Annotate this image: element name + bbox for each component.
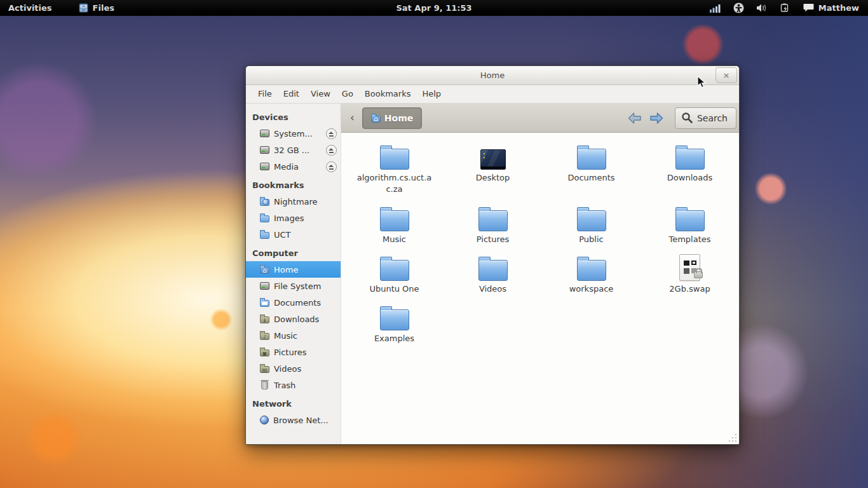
sidebar-item-label: System... xyxy=(274,129,313,139)
sidebar-item-label: Home xyxy=(274,265,298,274)
menu-view[interactable]: View xyxy=(305,85,336,103)
file-item-downloads[interactable]: Downloads xyxy=(641,140,739,202)
sidebar-item-label: Browse Net... xyxy=(273,416,329,425)
folder-icon xyxy=(577,260,606,281)
sidebar: DevicesSystem...32 GB ...MediaBookmarksN… xyxy=(246,104,341,444)
eject-button[interactable] xyxy=(326,161,337,172)
folder-blue-icon xyxy=(260,215,269,222)
file-label: workspace xyxy=(569,283,614,295)
sidebar-item-label: Media xyxy=(274,162,299,172)
file-item-2gb-swap[interactable]: 2Gb.swap xyxy=(641,252,739,301)
trash-icon xyxy=(261,381,268,390)
folder-icon xyxy=(675,149,705,170)
search-icon xyxy=(681,112,693,124)
folder-icon xyxy=(478,210,508,231)
menu-edit[interactable]: Edit xyxy=(278,85,305,103)
sidebar-item-label: Music xyxy=(274,331,297,341)
sidebar-item-media[interactable]: Media xyxy=(246,158,341,175)
sidebar-item-uct[interactable]: UCT xyxy=(246,226,341,243)
drive-icon xyxy=(260,163,269,170)
file-item-desktop[interactable]: Desktop xyxy=(444,140,542,202)
sidebar-item-downloads[interactable]: Downloads xyxy=(246,311,341,327)
menu-bookmarks[interactable]: Bookmarks xyxy=(359,85,417,103)
drive-icon xyxy=(260,282,269,290)
forward-arrow-button[interactable] xyxy=(649,111,664,125)
sidebar-item-browse-net[interactable]: Browse Net... xyxy=(246,412,341,428)
menu-help[interactable]: Help xyxy=(416,85,447,103)
volume-icon[interactable] xyxy=(756,3,768,13)
file-item-music[interactable]: Music xyxy=(345,202,444,252)
window-title: Home xyxy=(480,71,505,80)
file-label: Videos xyxy=(479,283,506,295)
folder-docs-icon xyxy=(260,300,269,307)
folder-icon xyxy=(380,149,409,170)
sidebar-item-videos[interactable]: Videos xyxy=(246,360,341,377)
desktop-thumbnail-icon xyxy=(480,149,506,170)
sidebar-item-label: UCT xyxy=(274,230,291,240)
sidebar-item-system[interactable]: System... xyxy=(246,125,341,142)
folder-icon xyxy=(478,260,508,281)
file-item-templates[interactable]: Templates xyxy=(641,202,739,252)
file-item-videos[interactable]: Videos xyxy=(444,252,542,301)
file-item-public[interactable]: Public xyxy=(542,202,641,252)
menu-file[interactable]: File xyxy=(252,85,278,103)
sidebar-section-network: Network xyxy=(246,393,341,412)
folder-emblem-icon xyxy=(260,199,269,206)
folder-icon xyxy=(380,309,409,330)
file-item-workspace[interactable]: workspace xyxy=(542,252,641,301)
folder-icon xyxy=(380,210,409,231)
file-item-ubuntu-one[interactable]: Ubuntu One xyxy=(345,252,444,301)
menu-bar: FileEditViewGoBookmarksHelp xyxy=(246,85,739,104)
file-item-algorithm-cs-uct-ac-za[interactable]: algorithm.cs.uct.ac.za xyxy=(345,140,444,202)
file-item-documents[interactable]: Documents xyxy=(542,140,641,202)
folder-blue-icon xyxy=(260,232,269,239)
app-menu-label: Files xyxy=(93,3,114,13)
network-signal-icon[interactable] xyxy=(710,4,721,13)
folder-icon xyxy=(577,149,606,170)
folder-icon xyxy=(380,260,409,281)
file-item-pictures[interactable]: Pictures xyxy=(444,202,542,252)
sidebar-item-32-gb[interactable]: 32 GB ... xyxy=(246,142,341,158)
battery-icon[interactable] xyxy=(780,3,791,13)
sidebar-item-nightmare[interactable]: Nightmare xyxy=(246,193,341,210)
folder-downloads-icon xyxy=(260,316,269,323)
sidebar-item-music[interactable]: Music xyxy=(246,327,341,344)
user-menu[interactable]: Matthew xyxy=(803,3,859,13)
file-label: Examples xyxy=(374,333,414,344)
user-name: Matthew xyxy=(818,3,859,13)
sidebar-item-trash[interactable]: Trash xyxy=(246,377,341,393)
search-button[interactable]: Search xyxy=(675,107,736,129)
breadcrumb-home-button[interactable]: Home xyxy=(362,107,422,129)
sidebar-item-home[interactable]: Home xyxy=(246,261,341,278)
menu-go[interactable]: Go xyxy=(336,85,359,103)
sidebar-item-documents[interactable]: Documents xyxy=(246,294,341,311)
sidebar-item-pictures[interactable]: Pictures xyxy=(246,344,341,360)
shell-top-bar: Activities Files Sat Apr 9, 11:53 Matthe… xyxy=(0,0,868,16)
sidebar-item-label: Documents xyxy=(274,298,321,308)
accessibility-icon[interactable] xyxy=(733,3,744,13)
sidebar-item-label: Nightmare xyxy=(274,197,318,207)
file-label: Desktop xyxy=(476,172,510,184)
eject-button[interactable] xyxy=(326,128,337,139)
file-label: Pictures xyxy=(477,234,509,245)
app-menu-files[interactable]: Files xyxy=(79,3,114,13)
sidebar-item-label: Pictures xyxy=(274,348,306,357)
sidebar-item-images[interactable]: Images xyxy=(246,210,341,226)
eject-button[interactable] xyxy=(326,145,337,156)
sidebar-item-file-system[interactable]: File System xyxy=(246,278,341,294)
file-label: Downloads xyxy=(667,172,712,184)
back-arrow-button[interactable] xyxy=(627,111,642,125)
sidebar-item-label: File System xyxy=(274,281,321,291)
sidebar-section-computer: Computer xyxy=(246,243,341,261)
chat-bubble-icon xyxy=(803,3,814,13)
home-folder-icon xyxy=(371,116,381,123)
file-label: algorithm.cs.uct.ac.za xyxy=(357,172,432,194)
file-view[interactable]: algorithm.cs.uct.ac.zaDesktopDocumentsDo… xyxy=(341,133,739,444)
file-item-examples[interactable]: Examples xyxy=(345,301,444,351)
folder-videos-icon xyxy=(260,366,269,373)
breadcrumb-collapse-chevron-icon[interactable]: ‹ xyxy=(346,112,358,123)
close-button[interactable]: × xyxy=(715,67,737,83)
resize-grip[interactable] xyxy=(728,433,737,442)
title-bar[interactable]: Home × xyxy=(246,66,739,85)
activities-button[interactable]: Activities xyxy=(8,3,52,13)
